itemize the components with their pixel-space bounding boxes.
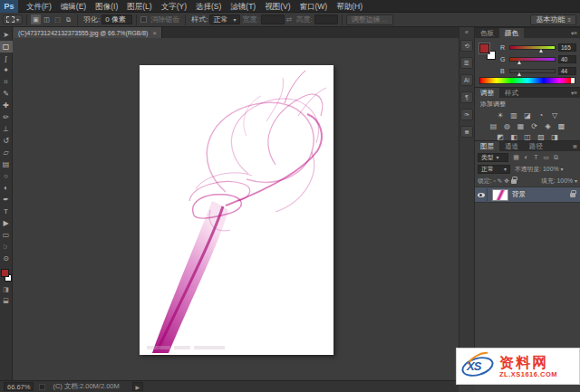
canvas[interactable] [140, 65, 334, 355]
workspace-switcher-button[interactable]: 基本功能 ≡ [530, 14, 576, 25]
layer-filter-icon[interactable]: T [532, 154, 540, 161]
adjustment-icon[interactable]: ▤ [488, 122, 498, 130]
feather-input[interactable]: 0 像素 [102, 14, 132, 24]
menu-item[interactable]: 选择(S) [191, 0, 226, 13]
eraser-tool-icon[interactable]: ▱ [0, 147, 13, 158]
panel-dock-icon[interactable]: Ai [460, 74, 473, 86]
green-slider[interactable] [509, 57, 556, 62]
layer-filter-icon[interactable]: ▭ [542, 154, 550, 161]
panel-dock-icon[interactable]: ≣ [460, 126, 473, 138]
brush-tool-icon[interactable]: ✏ [0, 111, 13, 123]
selection-mode-icon[interactable]: ⬚ [53, 14, 63, 24]
blue-value-input[interactable]: 44 [558, 67, 576, 75]
status-menu-arrow-icon[interactable]: ▶ [132, 382, 143, 391]
adjustment-icon[interactable]: ▥ [509, 111, 519, 120]
lock-all-icon[interactable] [511, 179, 517, 184]
tab-channels[interactable]: 通道 [499, 141, 524, 152]
adjustment-icon[interactable]: ⟳ [529, 122, 539, 130]
blue-slider[interactable] [509, 69, 556, 73]
adjustment-icon[interactable]: ▨ [536, 133, 546, 141]
hand-tool-icon[interactable]: ☞ [0, 241, 13, 253]
tab-swatches[interactable]: 色板 [475, 28, 499, 39]
menu-item[interactable]: 图像(I) [91, 0, 122, 13]
gradient-tool-icon[interactable]: ▤ [0, 158, 13, 170]
lock-option-icon[interactable]: ✥ [504, 177, 508, 185]
tool-preset-picker[interactable]: ▾ [3, 14, 23, 24]
layer-row-background[interactable]: 背景 [475, 186, 580, 203]
menu-item[interactable]: 编辑(E) [56, 0, 91, 13]
panel-menu-icon[interactable]: ▾≡ [571, 30, 580, 37]
selection-mode-icon[interactable]: ⧉ [63, 14, 73, 24]
adjustment-icon[interactable]: ▩ [556, 122, 566, 130]
style-select[interactable]: 正常 ▾ [209, 14, 240, 24]
adjustment-icon[interactable]: ◨ [550, 133, 560, 141]
quick-selection-tool-icon[interactable]: ✦ [0, 64, 13, 76]
menu-item[interactable]: 滤镜(T) [226, 0, 260, 13]
type-tool-icon[interactable]: T [0, 206, 13, 217]
adjustment-icon[interactable]: ◧ [509, 133, 519, 141]
red-slider[interactable] [509, 45, 556, 50]
pen-tool-icon[interactable]: ✒ [0, 194, 13, 206]
adjustment-icon[interactable]: ◪ [523, 111, 533, 120]
layer-filter-icon[interactable]: ◐ [522, 154, 530, 161]
close-icon[interactable]: × [152, 29, 157, 37]
toolbar-mode-icon[interactable]: ◨ [0, 284, 13, 295]
adjustment-icon[interactable]: ◍ [502, 122, 512, 130]
panel-menu-icon[interactable]: ▾≡ [571, 90, 580, 97]
lasso-tool-icon[interactable]: ʃ [0, 53, 13, 64]
collapse-panels-icon[interactable]: « [465, 27, 469, 37]
adjustment-icon[interactable]: ◔ [536, 111, 546, 120]
zoom-tool-icon[interactable]: ⊙ [0, 253, 13, 264]
panel-dock-icon[interactable]: ☰ [460, 57, 473, 69]
selection-mode-icon[interactable]: ▣ [31, 14, 41, 24]
shape-tool-icon[interactable]: ▭ [0, 229, 13, 241]
adjustment-icon[interactable]: ☀ [496, 111, 506, 120]
eyedropper-tool-icon[interactable]: ✎ [0, 88, 13, 100]
menu-item[interactable]: 文字(Y) [157, 0, 191, 13]
menu-item[interactable]: 图层(L) [122, 0, 156, 13]
tab-styles[interactable]: 样式 [499, 88, 524, 99]
tab-layers[interactable]: 图层 [475, 141, 499, 152]
panel-dock-icon[interactable]: ⟲ [460, 40, 473, 52]
menu-item[interactable]: 帮助(H) [332, 0, 367, 13]
slider-handle[interactable] [517, 61, 521, 64]
chevron-down-icon[interactable]: ▾ [575, 177, 577, 184]
adjustment-icon[interactable]: ◩ [496, 133, 506, 141]
tab-adjustments[interactable]: 调整 [475, 88, 499, 99]
foreground-color-swatch[interactable] [479, 43, 489, 53]
crop-tool-icon[interactable]: ⌗ [0, 76, 13, 88]
history-brush-tool-icon[interactable]: ↺ [0, 135, 13, 147]
menu-item[interactable]: 窗口(W) [295, 0, 333, 13]
width-input[interactable] [261, 14, 285, 24]
dodge-tool-icon[interactable]: ◐ [0, 182, 13, 194]
layer-filter-icon[interactable]: ▦ [512, 154, 520, 161]
move-tool-icon[interactable]: ➤ [0, 29, 13, 41]
slider-handle[interactable] [517, 72, 521, 76]
adjustment-icon[interactable]: ◈ [543, 122, 553, 130]
clone-stamp-tool-icon[interactable]: ⊥ [0, 123, 13, 135]
layer-thumbnail[interactable] [492, 189, 508, 201]
menu-item[interactable]: 视图(V) [260, 0, 295, 13]
tab-color[interactable]: 颜色 [499, 28, 524, 39]
layer-filter-select[interactable]: 类型 ▾ [478, 153, 508, 162]
panel-menu-icon[interactable]: ≣ [573, 143, 580, 150]
swap-dimensions-icon[interactable]: ⇄ [286, 15, 293, 24]
panel-dock-icon[interactable]: ✑ [460, 109, 473, 120]
height-input[interactable] [314, 14, 338, 24]
adjustment-icon[interactable]: ▦ [516, 122, 526, 130]
red-value-input[interactable]: 165 [558, 43, 576, 52]
color-spectrum-ramp[interactable] [479, 77, 575, 84]
green-value-input[interactable]: 40 [558, 55, 576, 63]
adjustment-icon[interactable]: ▽ [550, 111, 560, 120]
tab-paths[interactable]: 路径 [524, 141, 548, 152]
panel-dock-icon[interactable]: ¶ [460, 91, 473, 103]
healing-brush-tool-icon[interactable]: ✚ [0, 100, 13, 111]
visibility-cell[interactable] [475, 186, 488, 203]
foreground-color-swatch[interactable] [1, 269, 9, 277]
selection-mode-icon[interactable]: ◫ [42, 14, 52, 24]
chevron-down-icon[interactable]: ▾ [560, 166, 563, 172]
color-swatches[interactable] [0, 268, 13, 284]
blur-tool-icon[interactable]: ○ [0, 170, 13, 182]
opacity-value[interactable]: 100% [543, 166, 558, 172]
lock-option-icon[interactable]: ✎ [498, 177, 502, 185]
